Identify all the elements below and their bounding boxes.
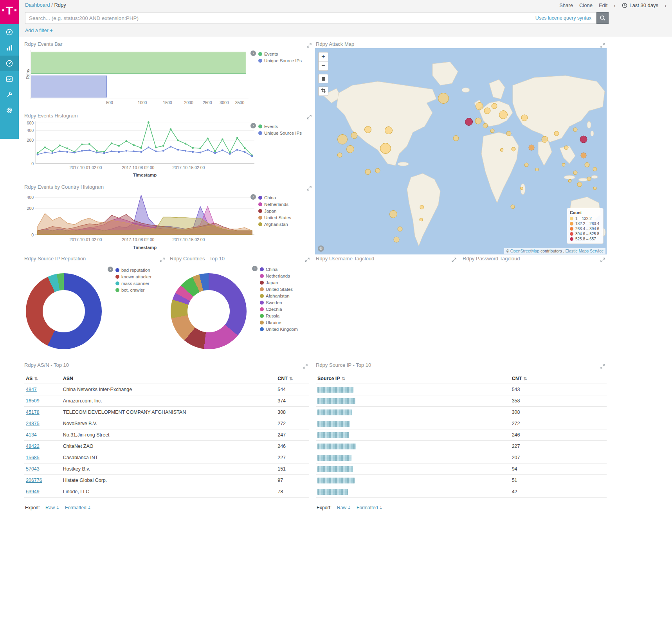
map-marker[interactable] — [380, 143, 391, 154]
legend-item[interactable]: Unique Source IPs — [258, 57, 302, 64]
sidebar-item-dashboard[interactable] — [0, 56, 19, 71]
breadcrumb-dashboard-link[interactable]: Dashboard — [25, 2, 50, 8]
as-link[interactable]: 45178 — [26, 409, 40, 415]
map-marker[interactable] — [393, 237, 399, 243]
legend-item[interactable]: Events — [258, 123, 302, 130]
map-marker[interactable] — [375, 168, 380, 173]
bar-events[interactable] — [31, 52, 246, 74]
table-header-cell[interactable]: CNT⇅ — [276, 374, 309, 384]
map-marker[interactable] — [542, 136, 548, 142]
map-marker[interactable] — [524, 163, 529, 167]
map-marker[interactable] — [389, 210, 397, 218]
lucene-syntax-link[interactable]: Uses lucene query syntax — [535, 15, 591, 21]
legend-item[interactable]: bot, crawler — [115, 287, 151, 293]
countries-donut-chart[interactable] — [171, 273, 247, 349]
sidebar-item-visualize[interactable] — [0, 40, 19, 56]
map-marker[interactable] — [476, 102, 483, 110]
as-link[interactable]: 4134 — [26, 432, 37, 438]
map-marker[interactable] — [465, 118, 473, 126]
edit-button[interactable]: Edit — [599, 2, 607, 8]
map-marker[interactable] — [499, 110, 508, 119]
map-marker[interactable] — [385, 126, 393, 134]
legend-item[interactable]: China — [258, 194, 291, 201]
map-marker[interactable] — [562, 163, 565, 167]
map-marker[interactable] — [453, 135, 459, 141]
map-marker[interactable] — [492, 103, 497, 109]
openstreetmap-link[interactable]: OpenStreetMap — [510, 249, 539, 253]
map-marker[interactable] — [346, 145, 354, 153]
legend-item[interactable]: United States — [258, 214, 291, 221]
map-marker[interactable] — [580, 135, 587, 143]
elastic-maps-link[interactable]: Elastic Maps Service — [566, 249, 604, 253]
reputation-donut-chart[interactable] — [26, 273, 102, 349]
time-range-picker[interactable]: Last 30 days — [622, 2, 658, 8]
expand-panel-icon[interactable] — [305, 257, 310, 262]
share-button[interactable]: Share — [559, 2, 573, 8]
legend-toggle-icon[interactable]: › — [250, 123, 256, 128]
map-marker[interactable] — [420, 218, 423, 222]
expand-panel-icon[interactable] — [160, 257, 166, 262]
map-marker[interactable] — [420, 205, 424, 209]
sort-icon[interactable]: ⇅ — [342, 376, 345, 381]
draw-filter-button[interactable] — [318, 87, 328, 96]
legend-item[interactable]: Netherlands — [260, 272, 298, 279]
legend-toggle-icon[interactable]: › — [108, 267, 113, 272]
as-link[interactable]: 15685 — [26, 455, 40, 460]
map-marker[interactable] — [397, 226, 402, 231]
legend-item[interactable]: Japan — [260, 279, 298, 286]
table-header-cell[interactable]: Source IP⇅ — [316, 374, 510, 384]
map-marker[interactable] — [585, 162, 590, 168]
expand-panel-icon[interactable] — [452, 257, 457, 262]
map-marker[interactable] — [500, 148, 503, 151]
telekom-logo[interactable]: T — [0, 0, 19, 24]
map-marker[interactable] — [573, 127, 578, 132]
legend-item[interactable]: Afghanistan — [258, 221, 291, 227]
clone-button[interactable]: Clone — [579, 2, 593, 8]
map-marker[interactable] — [438, 93, 449, 104]
map-marker[interactable] — [528, 145, 534, 151]
table-header-cell[interactable]: ASN — [61, 374, 276, 384]
sidebar-item-devtools[interactable] — [0, 87, 19, 103]
map-marker[interactable] — [337, 152, 342, 157]
legend-item[interactable]: Japan — [258, 207, 291, 214]
table-header-cell[interactable]: CNT⇅ — [510, 374, 607, 384]
sidebar-item-management[interactable] — [0, 103, 19, 118]
legend-item[interactable]: Russia — [260, 312, 298, 319]
legend-toggle-icon[interactable]: › — [250, 50, 256, 56]
map-marker[interactable] — [337, 134, 348, 144]
sort-icon[interactable]: ⇅ — [289, 376, 293, 381]
as-link[interactable]: 24875 — [26, 421, 40, 426]
as-link[interactable]: 4847 — [26, 387, 37, 392]
legend-item[interactable]: Netherlands — [258, 201, 291, 207]
search-input[interactable] — [25, 13, 596, 23]
map-marker[interactable] — [490, 128, 494, 133]
add-filter-button[interactable]: Add a filter + — [25, 28, 53, 33]
zoom-out-button[interactable]: − — [318, 61, 328, 71]
expand-panel-icon[interactable] — [600, 257, 606, 262]
export-raw-link[interactable]: Raw — [45, 505, 55, 510]
attribution-toggle-icon[interactable]: © — [318, 245, 324, 252]
bar-unique-ips[interactable] — [31, 76, 107, 97]
map-marker[interactable] — [512, 147, 516, 151]
map-marker[interactable] — [475, 117, 482, 124]
world-map[interactable]: + − Count 1 – 132.2132.2 – 263.4263.4 – … — [315, 48, 607, 254]
legend-item[interactable]: Sweden — [260, 299, 298, 306]
map-marker[interactable] — [577, 182, 582, 187]
map-marker[interactable] — [521, 114, 528, 121]
map-marker[interactable] — [351, 132, 357, 139]
map-marker[interactable] — [564, 146, 569, 150]
map-marker[interactable] — [365, 169, 371, 175]
expand-panel-icon[interactable] — [307, 42, 312, 48]
legend-toggle-icon[interactable]: › — [250, 194, 256, 200]
legend-item[interactable]: United States — [260, 286, 298, 292]
map-marker[interactable] — [520, 187, 523, 190]
as-link[interactable]: 57043 — [26, 466, 40, 472]
map-marker[interactable] — [593, 167, 597, 171]
expand-panel-icon[interactable] — [307, 185, 312, 191]
legend-item[interactable]: mass scanner — [115, 280, 151, 287]
map-marker[interactable] — [511, 204, 515, 209]
legend-item[interactable]: known attacker — [115, 273, 151, 280]
map-marker[interactable] — [535, 168, 539, 171]
export-formatted-link[interactable]: Formatted — [357, 505, 378, 510]
as-link[interactable]: 63949 — [26, 489, 40, 494]
